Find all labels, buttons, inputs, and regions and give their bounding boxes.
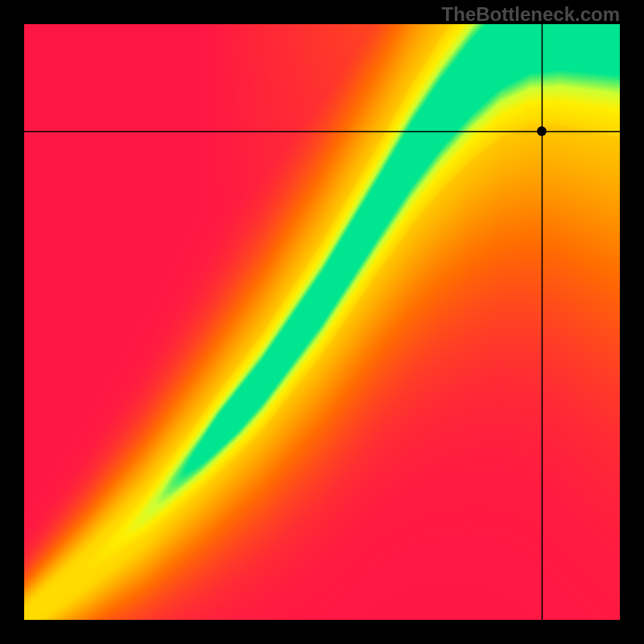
heatmap-canvas	[24, 24, 620, 620]
watermark-text: TheBottleneck.com	[442, 3, 620, 26]
chart-frame: TheBottleneck.com	[0, 0, 644, 644]
